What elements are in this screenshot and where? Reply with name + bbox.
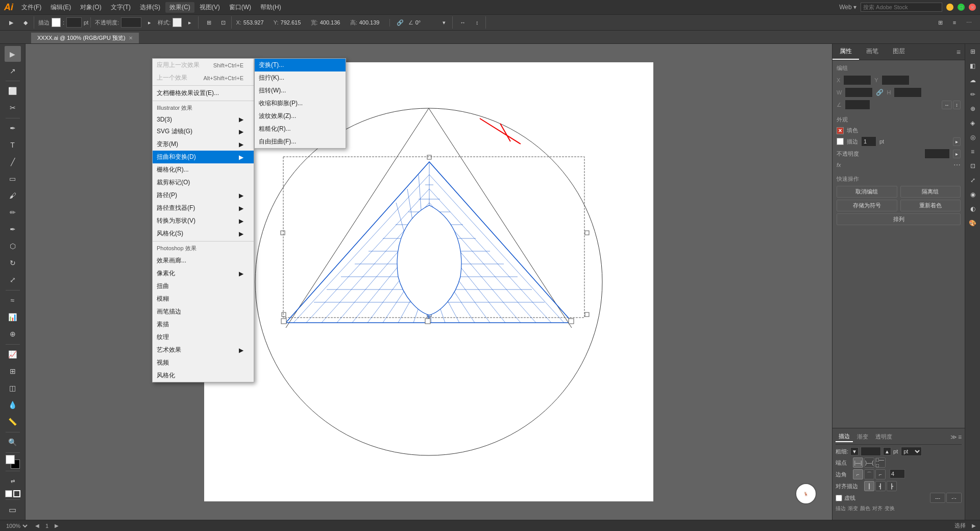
menu-rasterize[interactable]: 栅格化(R)... [153, 163, 254, 176]
sp-corner-bevel-btn[interactable]: ⌐ [875, 469, 886, 479]
submenu-transform[interactable]: 变换(T)... [255, 59, 346, 71]
rp-angle-input[interactable]: 0° [845, 100, 870, 110]
status-arrow-btn[interactable]: ▶ [972, 523, 976, 528]
menu-stylize[interactable]: 风格化(S) ▶ [153, 227, 254, 240]
zoom-tool[interactable]: 🔍 [5, 435, 21, 450]
sp-expand-btn[interactable]: ≫ [950, 433, 957, 441]
artboard-tool[interactable]: ⬜ [5, 83, 21, 99]
qa-isolate-btn[interactable]: 隔离组 [900, 186, 961, 198]
ri-pathfinder-btn[interactable]: ⊡ [967, 160, 978, 172]
ri-properties-btn[interactable]: ⊞ [967, 46, 978, 57]
menu-3d[interactable]: 3D(3) ▶ [153, 114, 254, 125]
flip-h-btn[interactable]: ↔ [457, 16, 469, 29]
sp-bottom-tab1[interactable]: 描边 [836, 505, 846, 512]
panel-more-btn[interactable]: ≡ [952, 44, 965, 60]
ri-libraries-btn[interactable]: ☁ [967, 75, 978, 86]
line-tool[interactable]: ╱ [5, 154, 21, 170]
arrange-btn[interactable]: ⊞ [934, 16, 946, 29]
menu-object[interactable]: 对象(O) [76, 2, 105, 13]
brush-tool[interactable]: ✏ [5, 205, 21, 221]
menu-text[interactable]: 文字(T) [107, 2, 135, 13]
menu-view[interactable]: 视图(V) [195, 2, 224, 13]
graph-tool[interactable]: 📊 [5, 309, 21, 325]
angle-arrow-btn[interactable]: ▾ [438, 16, 450, 29]
coord-graph-btn[interactable]: ⊡ [217, 16, 229, 29]
stroke-width-input[interactable]: 1 [66, 17, 82, 28]
ri-brush-btn[interactable]: ✏ [967, 89, 978, 100]
submenu-pucker[interactable]: 扭拧(K)... [255, 71, 346, 84]
qa-recolor-btn[interactable]: 重新着色 [900, 200, 961, 211]
submenu-roughen2[interactable]: 粗糙化(R)... [255, 123, 346, 135]
menu-raster-settings[interactable]: 文档栅格效果设置(E)... [153, 87, 254, 100]
menu-brush-stroke[interactable]: 画笔描边 [153, 305, 254, 318]
rp-y-input[interactable]: 792.615 [881, 75, 910, 85]
sp-corner-round-btn[interactable]: ⌒ [864, 469, 874, 479]
link-btn[interactable]: 🔗 [394, 16, 406, 29]
menu-effect-gallery[interactable]: 效果画廊... [153, 254, 254, 267]
panel-tab-brush[interactable]: 画笔 [859, 44, 886, 60]
sp-dash-option2-btn[interactable]: -·- [946, 493, 962, 503]
menu-distort[interactable]: 扭曲 [153, 280, 254, 293]
rp-flip-v-btn[interactable]: ↕ [953, 101, 961, 109]
menu-texture[interactable]: 纹理 [153, 331, 254, 344]
opacity-arrow-btn[interactable]: ▸ [143, 16, 156, 29]
shape-tool[interactable]: ▭ [5, 171, 21, 187]
column-graph-tool[interactable]: 📈 [5, 347, 21, 363]
win-minimize-btn[interactable]: − [946, 4, 953, 11]
doc-tab[interactable]: XXXX.ai @ 100% (RGB/GPU 预览) ✕ [31, 32, 139, 43]
menu-file[interactable]: 文件(F) [17, 2, 45, 13]
menu-pathfinder[interactable]: 路径查找器(F) ▶ [153, 202, 254, 214]
menu-warp[interactable]: 变形(M) ▶ [153, 138, 254, 151]
fg-color[interactable] [6, 455, 15, 464]
sp-cap-round-btn[interactable]: )—( [864, 457, 874, 468]
more-btn[interactable]: ⋯ [963, 16, 975, 29]
sp-bottom-tab4[interactable]: 对齐 [872, 505, 883, 512]
opacity-input[interactable]: 100% [121, 17, 141, 28]
sp-width-up-btn[interactable]: ▲ [883, 447, 891, 455]
ri-recolor-btn[interactable]: 🎨 [967, 218, 978, 229]
type-tool[interactable]: T [5, 137, 21, 153]
menu-path[interactable]: 路径(P) ▶ [153, 189, 254, 202]
menu-last-effect[interactable]: 上一个效果 Alt+Shift+Ctrl+E [153, 71, 254, 84]
menu-svg-filter[interactable]: SVG 滤镜(G) ▶ [153, 125, 254, 138]
sp-more-btn[interactable]: ≡ [958, 433, 962, 441]
fill-mode-btn[interactable] [5, 490, 12, 497]
style-arrow-btn[interactable]: ▸ [184, 16, 196, 29]
sp-width-down-btn[interactable]: ▼ [850, 447, 859, 455]
sp-bottom-tab3[interactable]: 颜色 [860, 505, 870, 512]
panel-tab-layers[interactable]: 图层 [886, 44, 912, 60]
page-prev-btn[interactable]: ◀ [35, 523, 39, 528]
rp-opacity-arrow-btn[interactable]: ▸ [953, 150, 961, 158]
sp-width-input[interactable]: 1 [861, 447, 881, 456]
panel-tab-properties[interactable]: 属性 [832, 44, 859, 60]
sp-cap-butt-btn[interactable]: |—| [853, 457, 863, 468]
rp-stroke-arrow-btn[interactable]: ▸ [953, 137, 961, 146]
qa-cancel-group-btn[interactable]: 取消编组 [837, 186, 897, 198]
stroke-mode-btn[interactable] [13, 490, 20, 497]
submenu-pucker-bloat[interactable]: 收缩和膨胀(P)... [255, 97, 346, 110]
fill-cross-icon[interactable]: × [837, 127, 844, 134]
sp-align-center-btn[interactable]: ┃ [864, 481, 874, 491]
menu-edit[interactable]: 编辑(E) [46, 2, 75, 13]
align-btn[interactable]: ≡ [948, 16, 961, 29]
sp-bottom-tab5[interactable]: 变换 [885, 505, 895, 512]
menu-stylize2[interactable]: 风格化 [153, 369, 254, 382]
scale-tool[interactable]: ⤢ [5, 272, 21, 288]
menu-distort-transform[interactable]: 扭曲和变换(D) ▶ [153, 151, 254, 163]
menu-effects[interactable]: 效果(C) [165, 2, 194, 13]
slice-tool[interactable]: ✂ [5, 100, 21, 116]
qa-arrange-btn[interactable]: 排列 [837, 213, 961, 225]
flip-v-btn[interactable]: ↕ [471, 16, 483, 29]
search-stock-input[interactable] [861, 3, 942, 12]
stroke-color-box[interactable] [837, 138, 844, 145]
eyedrop-tool[interactable]: 💧 [5, 397, 21, 413]
menu-blur[interactable]: 模糊 [153, 293, 254, 305]
sp-tab-transparency[interactable]: 透明度 [872, 432, 895, 442]
ri-colorguide-btn[interactable]: ◐ [967, 203, 978, 214]
ri-appearance-btn[interactable]: ◎ [967, 132, 978, 143]
ri-symbols-btn[interactable]: ⊕ [967, 103, 978, 114]
menu-video[interactable]: 视频 [153, 356, 254, 369]
sp-tab-gradient[interactable]: 渐变 [854, 432, 871, 442]
win-close-btn[interactable]: ✕ [969, 4, 976, 11]
sp-align-inside-btn[interactable]: ┫ [875, 481, 886, 491]
